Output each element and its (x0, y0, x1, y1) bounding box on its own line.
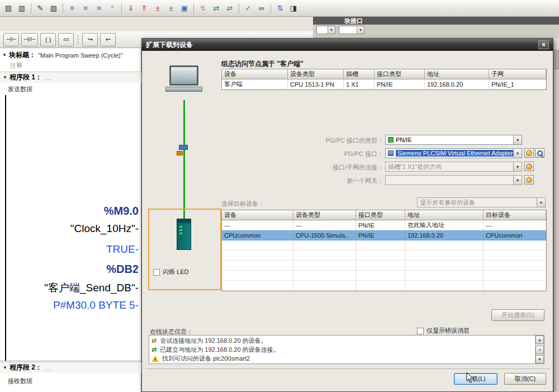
operand-value-pointer[interactable]: P#M30.0 BYTE 5- (0, 299, 139, 311)
gateway-dropdown[interactable]: ▼ (385, 175, 522, 185)
empty-cell (356, 261, 405, 271)
collapse-arrow-icon[interactable]: ▼ (3, 365, 7, 370)
insert-column-icon[interactable]: ▥ (16, 2, 28, 14)
scroll-down-icon[interactable]: ▼ (536, 355, 544, 363)
cross-reference-icon[interactable]: ⇅ (274, 2, 286, 14)
cell: CPUcommon (484, 230, 546, 240)
insert-row-icon[interactable]: ▤ (2, 2, 15, 14)
network-1-header[interactable]: ▼ 程序段 1： .... (0, 72, 141, 83)
download-button[interactable]: 下载(L) (454, 373, 498, 385)
cell: PN/IE (356, 220, 405, 230)
block-comment[interactable]: 注释 (10, 62, 22, 70)
toolbar-separator (78, 35, 78, 45)
operand-value-true[interactable]: TRUE- (0, 243, 139, 256)
status-message-text: 尝试连接地址为 192.168.0.20 的设备。 (160, 337, 267, 345)
scroll-up-icon[interactable]: ▲ (536, 336, 544, 344)
network-1-comment[interactable]: 发送数据 (8, 85, 32, 93)
subnet-connection-dropdown[interactable]: 插槽"1 X1"处的方向 ▼ (385, 162, 522, 172)
flash-led-label: 闪烁 LED (163, 268, 188, 276)
flash-led-checkbox[interactable] (153, 269, 160, 276)
empty-cell (405, 281, 484, 291)
operand-address-db2[interactable]: %DB2 (0, 263, 139, 276)
empty-box-button[interactable]: ▭ (58, 33, 74, 46)
close-branch-button[interactable]: ↩ (100, 33, 116, 46)
table-row-selected[interactable]: CPUcommon CPU-1500 Simula.. PN/IE 192.16… (222, 230, 546, 240)
pgpc-type-dropdown[interactable]: PN/IE ▼ (385, 135, 522, 145)
format-icon[interactable]: ▧ (48, 2, 60, 14)
scrollbar-thumb[interactable]: ≡ (536, 346, 544, 354)
coil-button[interactable]: ( ) (40, 33, 56, 46)
editor-vertical-scrollbar[interactable] (553, 48, 559, 392)
list-view-small-icon[interactable]: ≡ (66, 2, 78, 14)
column-header: 设备类型 (288, 69, 344, 79)
compatible-devices-dropdown[interactable]: 显示所有兼容的设备 ▼ (417, 197, 546, 207)
column-header: 子网 (489, 69, 546, 79)
network-2-comment[interactable]: 接收数据 (8, 377, 32, 385)
contact-open-button[interactable]: ⊣⊢ (3, 33, 19, 46)
network-divider (0, 361, 141, 361)
chevron-down-icon[interactable]: ▼ (513, 176, 522, 185)
comment-icon[interactable]: “ (106, 2, 119, 14)
flash-led-checkbox-row[interactable]: 闪烁 LED (153, 268, 188, 276)
interface-mini-dropdown[interactable]: ▼ (316, 26, 335, 34)
close-icon[interactable]: × (538, 40, 549, 49)
collapse-arrow-icon[interactable]: ▼ (3, 75, 7, 80)
upload-block-icon[interactable]: ⇑ (138, 2, 150, 14)
dialog-titlebar[interactable]: 扩展下载到设备 × (142, 39, 553, 51)
table-row[interactable]: 客户端 CPU 1513-1 PN 1 X1 PN/IE 192.168.0.2… (222, 79, 546, 89)
table-header-row: 设备 设备类型 插槽 接口类型 地址 子网 (222, 69, 546, 79)
pgpc-interface-dropdown[interactable]: Siemens PLCSIM Virtual Ethernet Adapter … (385, 148, 522, 158)
go-offline-icon[interactable]: ⇄ (224, 2, 236, 14)
operand-name-clock[interactable]: "Clock_10Hz"- (0, 223, 139, 235)
empty-cell (484, 251, 546, 261)
table-row[interactable]: — — PN/IE 在此输入地址 — (222, 220, 546, 230)
open-branch-button[interactable]: ↪ (82, 33, 98, 46)
collapse-arrow-icon[interactable]: ▼ (2, 53, 7, 58)
interface-search-button[interactable] (535, 148, 544, 158)
tab-block-interface[interactable]: 块接口 (313, 17, 559, 25)
chevron-down-icon[interactable]: ▼ (357, 26, 364, 34)
warning-icon: ! (151, 356, 159, 362)
network-1-label: 程序段 1： (10, 73, 42, 82)
stamp-icon[interactable]: ✎ (34, 2, 46, 14)
errors-only-checkbox[interactable] (417, 328, 424, 334)
scrollbar-thumb[interactable] (555, 50, 559, 69)
interface-mini-dropdown[interactable]: ▼ (339, 26, 364, 34)
messages-scrollbar[interactable]: ▲ ≡ ▼ (535, 336, 544, 363)
add-block-green-icon[interactable]: ± (165, 2, 177, 14)
chevron-down-icon[interactable]: ▼ (328, 26, 335, 34)
operand-address-m90[interactable]: %M9.0 (0, 205, 139, 218)
contact-closed-button[interactable]: ⊣/⊢ (21, 33, 38, 46)
lightning-icon[interactable]: ↯ (197, 2, 209, 14)
dialog-footer-divider (145, 369, 550, 369)
chevron-down-icon[interactable]: ▼ (513, 135, 522, 144)
column-header: 接口类型 (356, 210, 405, 220)
cancel-button[interactable]: 取消(C) (504, 373, 546, 385)
device-proxy-icon[interactable]: ◨ (287, 2, 300, 14)
empty-cell (484, 240, 546, 251)
cell: PN/IE_1 (489, 79, 546, 89)
empty-cell (222, 261, 293, 271)
download-block-icon[interactable]: ⇓ (125, 2, 137, 14)
interface-properties-button[interactable] (524, 148, 534, 158)
chevron-down-icon[interactable]: ▼ (537, 198, 545, 207)
operand-name-senddb[interactable]: "客户端_Send_DB"- (0, 281, 139, 295)
list-view-large-icon[interactable]: ≡ (93, 2, 105, 14)
compile-icon[interactable]: ✓ (242, 2, 254, 14)
gateway-properties-button[interactable] (524, 175, 534, 185)
add-block-red-icon[interactable]: ± (151, 2, 164, 14)
subnet-properties-button[interactable] (524, 162, 534, 171)
network-2-dots: .... (44, 365, 51, 371)
network-2-header[interactable]: ▼ 程序段 2： .... (0, 362, 141, 373)
list-view-medium-icon[interactable]: ≡ (79, 2, 92, 14)
block-title-value[interactable]: "Main Program Sweep (Cycle)" (38, 52, 122, 59)
errors-only-checkbox-row[interactable]: 仅显示错误消息 (417, 327, 470, 335)
chevron-down-icon[interactable]: ▼ (513, 162, 522, 171)
monitor-glasses-icon[interactable]: ∞ (255, 2, 268, 14)
start-search-button[interactable]: 开始搜索(S) (491, 309, 544, 321)
go-online-icon[interactable]: ⇄ (210, 2, 222, 14)
frame-block-icon[interactable]: ▣ (178, 2, 191, 14)
empty-cell (484, 271, 546, 281)
chevron-down-icon[interactable]: ▼ (513, 149, 522, 158)
empty-cell (484, 281, 546, 291)
